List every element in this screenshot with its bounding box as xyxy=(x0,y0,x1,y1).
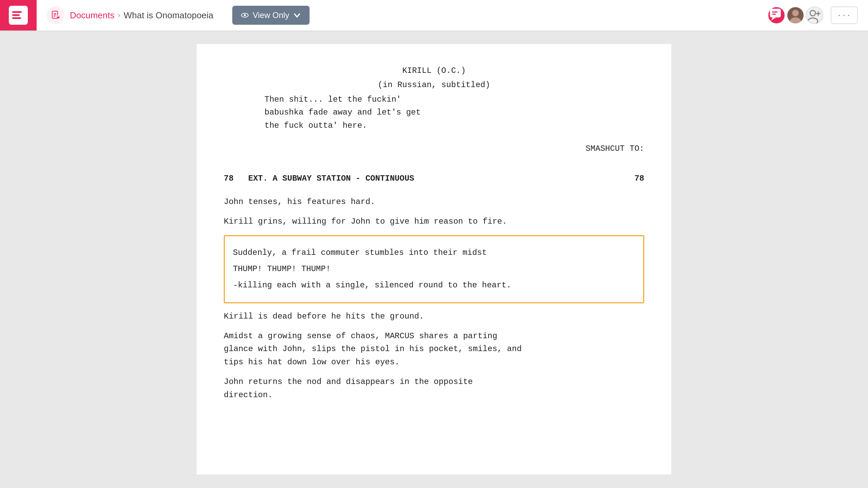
svg-rect-4 xyxy=(54,13,56,14)
svg-rect-12 xyxy=(770,9,781,18)
nav-section: Documents › What is Onomatopoeia View On… xyxy=(37,6,768,25)
action-marcus: Amidst a growing sense of chaos, MARCUS … xyxy=(224,330,644,369)
dialogue-block: Then shit... let the fuckin' babushka fa… xyxy=(224,93,644,132)
svg-point-11 xyxy=(244,14,246,16)
highlight-line-3: -killing each with a single, silenced ro… xyxy=(233,279,635,292)
view-only-label: View Only xyxy=(253,11,289,20)
highlighted-passage: Suddenly, a frail commuter stumbles into… xyxy=(224,235,644,303)
svg-rect-6 xyxy=(54,16,55,17)
main-content: KIRILL (O.C.) (in Russian, subtitled) Th… xyxy=(0,30,868,488)
app-logo xyxy=(9,6,28,25)
svg-rect-5 xyxy=(54,15,56,15)
document-page: KIRILL (O.C.) (in Russian, subtitled) Th… xyxy=(197,44,671,474)
svg-point-17 xyxy=(790,17,801,23)
action-john-tenses: John tenses, his features hard. xyxy=(224,196,644,208)
add-user-icon xyxy=(806,7,823,23)
topbar-right: ··· xyxy=(768,6,868,24)
svg-rect-1 xyxy=(12,14,20,16)
document-icon-btn[interactable] xyxy=(47,6,64,24)
breadcrumb-separator: › xyxy=(118,11,120,20)
chat-avatar-btn[interactable] xyxy=(768,6,785,24)
svg-rect-14 xyxy=(772,12,777,13)
action-john-returns: John returns the nod and disappears in t… xyxy=(224,375,644,402)
svg-marker-13 xyxy=(771,17,776,21)
svg-point-16 xyxy=(792,10,798,16)
highlight-line-1: Suddenly, a frail commuter stumbles into… xyxy=(233,246,635,259)
chat-icon xyxy=(768,7,785,23)
action-kirill-grins: Kirill grins, willing for John to give h… xyxy=(224,215,644,228)
character-name: KIRILL (O.C.) xyxy=(402,66,466,75)
view-only-button[interactable]: View Only xyxy=(232,6,310,25)
character-cue-kirill: KIRILL (O.C.) xyxy=(224,64,644,77)
logo-area xyxy=(0,0,37,30)
action-kirill-dead: Kirill is dead before he hits the ground… xyxy=(224,310,644,323)
scene-heading-78: 78 EXT. A SUBWAY STATION - CONTINUOUS 78 xyxy=(224,172,644,185)
breadcrumb-documents-link[interactable]: Documents xyxy=(70,10,115,21)
svg-rect-0 xyxy=(12,11,22,13)
svg-point-18 xyxy=(810,11,815,16)
svg-rect-2 xyxy=(12,17,21,19)
svg-rect-15 xyxy=(772,14,776,15)
scene-number-right: 78 xyxy=(634,172,644,185)
parenthetical-russian: (in Russian, subtitled) xyxy=(224,79,644,92)
breadcrumb-current-doc: What is Onomatopoeia xyxy=(124,10,213,21)
user-avatar[interactable] xyxy=(787,6,804,24)
add-user-btn[interactable] xyxy=(806,6,823,24)
eye-icon xyxy=(240,11,249,20)
scene-number-left: 78 EXT. A SUBWAY STATION - CONTINUOUS xyxy=(224,172,414,185)
smashcut: SMASHCUT TO: xyxy=(224,142,644,155)
chevron-down-icon xyxy=(293,11,301,20)
user-photo-icon xyxy=(787,7,804,23)
svg-point-19 xyxy=(808,18,818,23)
topbar: Documents › What is Onomatopoeia View On… xyxy=(0,0,868,30)
more-options-btn[interactable]: ··· xyxy=(831,6,858,24)
highlight-line-2: THUMP! THUMP! THUMP! xyxy=(233,263,635,276)
more-dots: ··· xyxy=(837,12,851,19)
breadcrumb: Documents › What is Onomatopoeia xyxy=(70,10,213,21)
